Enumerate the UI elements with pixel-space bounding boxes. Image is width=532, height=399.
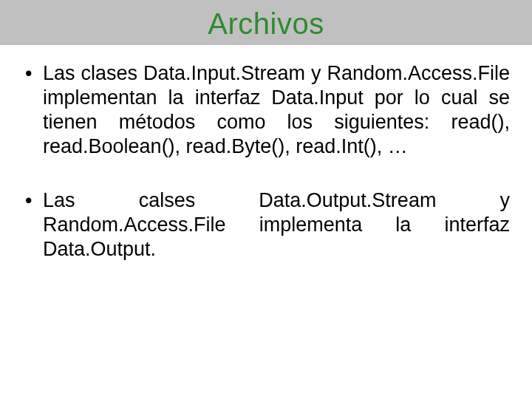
bullet-list: Las clases Data.Input.Stream y Random.Ac… <box>22 61 510 262</box>
list-item: Las clases Data.Input.Stream y Random.Ac… <box>22 61 510 159</box>
bullet-text: Las clases Data.Input.Stream y Random.Ac… <box>43 62 510 157</box>
title-bar: Archivos <box>0 0 532 45</box>
list-item: Las calses Data.Output.Stream y Random.A… <box>22 188 510 262</box>
bullet-text: Las calses Data.Output.Stream y Random.A… <box>43 189 510 260</box>
slide-title: Archivos <box>208 7 324 40</box>
slide-content: Las clases Data.Input.Stream y Random.Ac… <box>0 45 532 262</box>
